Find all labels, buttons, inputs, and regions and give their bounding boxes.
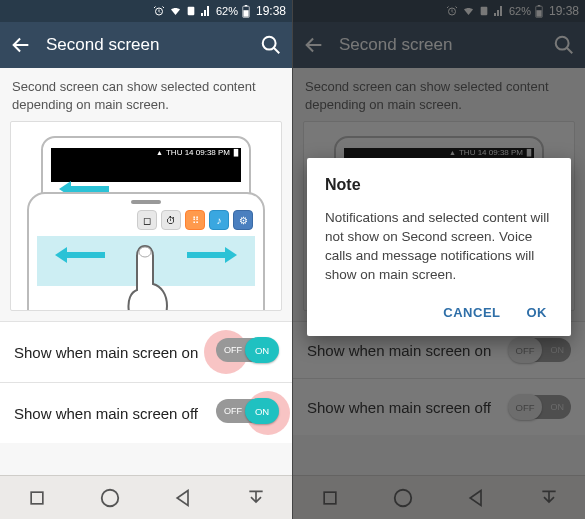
app-icons-row: ◻ ⏱ ⠿ ♪ ⚙	[137, 210, 253, 230]
navigation-bar	[0, 475, 292, 519]
svg-point-15	[556, 37, 569, 50]
description-text: Second screen can show selected content …	[0, 68, 292, 121]
status-bar: 62% 19:38	[0, 0, 292, 22]
toggle-screen-off[interactable]: OFF ON	[216, 399, 278, 427]
svg-rect-8	[31, 492, 43, 504]
page-title: Second screen	[339, 35, 539, 55]
setting-label: Show when main screen off	[14, 405, 216, 422]
setting-row-screen-off: Show when main screen off ON OFF	[293, 378, 585, 435]
content-area: Second screen can show selected content …	[0, 68, 292, 475]
signal-icon	[493, 5, 505, 17]
setting-label: Show when main screen off	[307, 399, 509, 416]
app-icon: ⏱	[161, 210, 181, 230]
svg-rect-16	[527, 149, 532, 157]
page-title: Second screen	[46, 35, 246, 55]
nav-home-button[interactable]	[381, 482, 425, 514]
alarm-icon	[446, 5, 458, 17]
illustration-status: ▲THU 14 09:38 PM	[449, 148, 532, 157]
nav-back-button[interactable]	[161, 482, 205, 514]
app-icon: ♪	[209, 210, 229, 230]
dialog-body: Notifications and selected content will …	[325, 208, 553, 285]
finger-illustration	[125, 242, 169, 311]
nav-notification-button[interactable]	[527, 482, 571, 514]
svg-point-9	[101, 489, 118, 506]
svg-rect-18	[324, 492, 336, 504]
svg-rect-3	[245, 5, 248, 6]
dialog-actions: CANCEL OK	[325, 299, 553, 328]
toggle-screen-on[interactable]: OFF ON	[216, 338, 278, 366]
description-text: Second screen can show selected content …	[293, 68, 585, 121]
nav-recent-button[interactable]	[308, 482, 352, 514]
wifi-icon	[169, 5, 182, 17]
status-time: 19:38	[256, 4, 286, 18]
svg-rect-1	[188, 7, 195, 15]
dialog-title: Note	[325, 176, 553, 194]
battery-percent: 62%	[509, 5, 531, 17]
svg-point-5	[263, 37, 276, 50]
alarm-icon	[153, 5, 165, 17]
setting-label: Show when main screen on	[14, 344, 216, 361]
toggle-screen-off[interactable]: ON OFF	[509, 395, 571, 419]
app-icon: ⠿	[185, 210, 205, 230]
setting-row-screen-on: Show when main screen on OFF ON	[0, 321, 292, 382]
setting-row-screen-off: Show when main screen off OFF ON	[0, 382, 292, 443]
signal-icon	[200, 5, 212, 17]
svg-rect-11	[481, 7, 488, 15]
phone-left: 62% 19:38 Second screen Second screen ca…	[0, 0, 292, 519]
note-dialog: Note Notifications and selected content …	[307, 158, 571, 336]
setting-label: Show when main screen on	[307, 342, 509, 359]
status-bar: 62% 19:38	[293, 0, 585, 22]
back-button[interactable]	[10, 34, 32, 56]
battery-icon	[535, 5, 543, 18]
nav-recent-button[interactable]	[15, 482, 59, 514]
svg-point-19	[394, 489, 411, 506]
back-button[interactable]	[303, 34, 325, 56]
illustration-status: ▲THU 14 09:38 PM	[156, 148, 239, 157]
app-icon: ◻	[137, 210, 157, 230]
cancel-button[interactable]: CANCEL	[443, 305, 500, 320]
lte-icon	[479, 5, 489, 17]
app-icon: ⚙	[233, 210, 253, 230]
battery-icon	[242, 5, 250, 18]
lte-icon	[186, 5, 196, 17]
search-button[interactable]	[260, 34, 282, 56]
svg-rect-6	[234, 149, 239, 157]
battery-percent: 62%	[216, 5, 238, 17]
svg-rect-4	[243, 10, 248, 17]
swipe-right-icon	[187, 252, 227, 258]
navigation-bar	[293, 475, 585, 519]
svg-rect-13	[538, 5, 541, 6]
svg-rect-14	[536, 10, 541, 17]
ok-button[interactable]: OK	[527, 305, 548, 320]
phone-right: 62% 19:38 Second screen Second screen ca…	[292, 0, 585, 519]
status-time: 19:38	[549, 4, 579, 18]
illustration: ▲THU 14 09:38 PM ◻ ⏱ ⠿ ♪ ⚙	[10, 121, 282, 311]
nav-home-button[interactable]	[88, 482, 132, 514]
toggle-screen-on[interactable]: ON OFF	[509, 338, 571, 362]
swipe-left-icon	[65, 252, 105, 258]
nav-notification-button[interactable]	[234, 482, 278, 514]
nav-back-button[interactable]	[454, 482, 498, 514]
wifi-icon	[462, 5, 475, 17]
app-header: Second screen	[293, 22, 585, 68]
app-header: Second screen	[0, 22, 292, 68]
search-button[interactable]	[553, 34, 575, 56]
